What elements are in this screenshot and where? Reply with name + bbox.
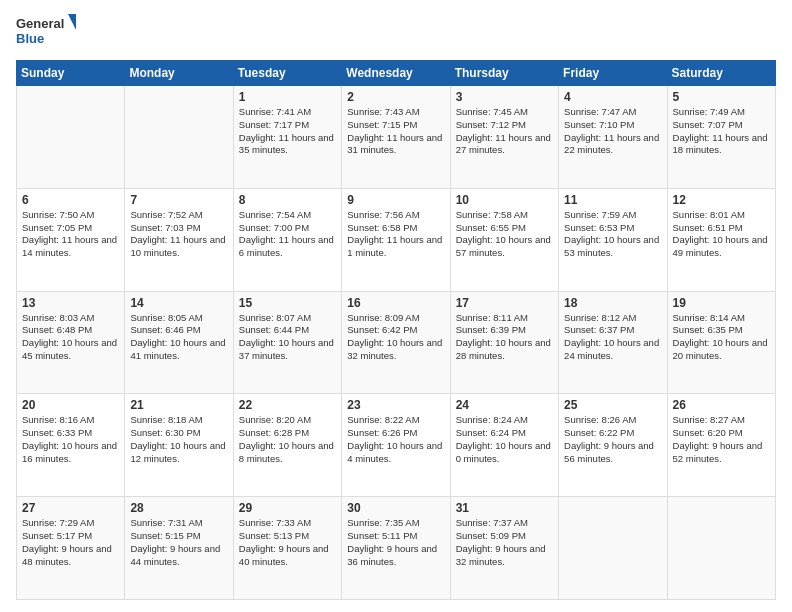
day-header-saturday: Saturday	[667, 61, 775, 86]
day-number: 3	[456, 90, 553, 104]
calendar-cell: 10Sunrise: 7:58 AMSunset: 6:55 PMDayligh…	[450, 188, 558, 291]
calendar-cell	[667, 497, 775, 600]
day-number: 25	[564, 398, 661, 412]
calendar-cell: 24Sunrise: 8:24 AMSunset: 6:24 PMDayligh…	[450, 394, 558, 497]
calendar-cell: 23Sunrise: 8:22 AMSunset: 6:26 PMDayligh…	[342, 394, 450, 497]
calendar-cell: 14Sunrise: 8:05 AMSunset: 6:46 PMDayligh…	[125, 291, 233, 394]
calendar-cell: 19Sunrise: 8:14 AMSunset: 6:35 PMDayligh…	[667, 291, 775, 394]
svg-text:Blue: Blue	[16, 31, 44, 46]
day-number: 29	[239, 501, 336, 515]
day-info: Sunrise: 8:16 AMSunset: 6:33 PMDaylight:…	[22, 414, 119, 465]
calendar-cell: 21Sunrise: 8:18 AMSunset: 6:30 PMDayligh…	[125, 394, 233, 497]
day-info: Sunrise: 8:24 AMSunset: 6:24 PMDaylight:…	[456, 414, 553, 465]
day-number: 10	[456, 193, 553, 207]
day-number: 4	[564, 90, 661, 104]
day-info: Sunrise: 8:22 AMSunset: 6:26 PMDaylight:…	[347, 414, 444, 465]
day-number: 27	[22, 501, 119, 515]
day-info: Sunrise: 8:11 AMSunset: 6:39 PMDaylight:…	[456, 312, 553, 363]
day-number: 20	[22, 398, 119, 412]
calendar-cell: 30Sunrise: 7:35 AMSunset: 5:11 PMDayligh…	[342, 497, 450, 600]
calendar-cell: 25Sunrise: 8:26 AMSunset: 6:22 PMDayligh…	[559, 394, 667, 497]
calendar-cell: 16Sunrise: 8:09 AMSunset: 6:42 PMDayligh…	[342, 291, 450, 394]
calendar-week-3: 20Sunrise: 8:16 AMSunset: 6:33 PMDayligh…	[17, 394, 776, 497]
day-info: Sunrise: 8:18 AMSunset: 6:30 PMDaylight:…	[130, 414, 227, 465]
day-number: 13	[22, 296, 119, 310]
day-info: Sunrise: 8:01 AMSunset: 6:51 PMDaylight:…	[673, 209, 770, 260]
calendar-cell: 13Sunrise: 8:03 AMSunset: 6:48 PMDayligh…	[17, 291, 125, 394]
calendar-cell: 20Sunrise: 8:16 AMSunset: 6:33 PMDayligh…	[17, 394, 125, 497]
day-number: 14	[130, 296, 227, 310]
day-info: Sunrise: 7:33 AMSunset: 5:13 PMDaylight:…	[239, 517, 336, 568]
page-header: General Blue	[16, 12, 776, 52]
day-info: Sunrise: 8:27 AMSunset: 6:20 PMDaylight:…	[673, 414, 770, 465]
day-number: 26	[673, 398, 770, 412]
day-info: Sunrise: 7:47 AMSunset: 7:10 PMDaylight:…	[564, 106, 661, 157]
day-info: Sunrise: 7:37 AMSunset: 5:09 PMDaylight:…	[456, 517, 553, 568]
calendar-cell: 5Sunrise: 7:49 AMSunset: 7:07 PMDaylight…	[667, 86, 775, 189]
day-number: 31	[456, 501, 553, 515]
day-info: Sunrise: 8:20 AMSunset: 6:28 PMDaylight:…	[239, 414, 336, 465]
day-info: Sunrise: 7:31 AMSunset: 5:15 PMDaylight:…	[130, 517, 227, 568]
calendar-cell: 28Sunrise: 7:31 AMSunset: 5:15 PMDayligh…	[125, 497, 233, 600]
calendar-cell	[559, 497, 667, 600]
calendar-cell: 4Sunrise: 7:47 AMSunset: 7:10 PMDaylight…	[559, 86, 667, 189]
calendar-cell: 17Sunrise: 8:11 AMSunset: 6:39 PMDayligh…	[450, 291, 558, 394]
day-number: 11	[564, 193, 661, 207]
day-number: 19	[673, 296, 770, 310]
calendar-cell: 6Sunrise: 7:50 AMSunset: 7:05 PMDaylight…	[17, 188, 125, 291]
calendar-cell: 2Sunrise: 7:43 AMSunset: 7:15 PMDaylight…	[342, 86, 450, 189]
calendar-cell: 31Sunrise: 7:37 AMSunset: 5:09 PMDayligh…	[450, 497, 558, 600]
day-number: 18	[564, 296, 661, 310]
calendar-header-row: SundayMondayTuesdayWednesdayThursdayFrid…	[17, 61, 776, 86]
svg-marker-2	[68, 14, 76, 30]
day-header-sunday: Sunday	[17, 61, 125, 86]
day-header-tuesday: Tuesday	[233, 61, 341, 86]
day-number: 6	[22, 193, 119, 207]
day-number: 22	[239, 398, 336, 412]
day-info: Sunrise: 7:49 AMSunset: 7:07 PMDaylight:…	[673, 106, 770, 157]
day-info: Sunrise: 8:07 AMSunset: 6:44 PMDaylight:…	[239, 312, 336, 363]
day-number: 5	[673, 90, 770, 104]
calendar-cell: 27Sunrise: 7:29 AMSunset: 5:17 PMDayligh…	[17, 497, 125, 600]
day-header-wednesday: Wednesday	[342, 61, 450, 86]
day-number: 9	[347, 193, 444, 207]
calendar-cell	[17, 86, 125, 189]
day-number: 8	[239, 193, 336, 207]
svg-text:General: General	[16, 16, 64, 31]
day-info: Sunrise: 8:03 AMSunset: 6:48 PMDaylight:…	[22, 312, 119, 363]
calendar-cell: 15Sunrise: 8:07 AMSunset: 6:44 PMDayligh…	[233, 291, 341, 394]
day-info: Sunrise: 7:59 AMSunset: 6:53 PMDaylight:…	[564, 209, 661, 260]
calendar-cell: 11Sunrise: 7:59 AMSunset: 6:53 PMDayligh…	[559, 188, 667, 291]
day-number: 2	[347, 90, 444, 104]
day-info: Sunrise: 8:26 AMSunset: 6:22 PMDaylight:…	[564, 414, 661, 465]
day-number: 23	[347, 398, 444, 412]
day-info: Sunrise: 8:09 AMSunset: 6:42 PMDaylight:…	[347, 312, 444, 363]
calendar-week-0: 1Sunrise: 7:41 AMSunset: 7:17 PMDaylight…	[17, 86, 776, 189]
day-number: 1	[239, 90, 336, 104]
day-info: Sunrise: 7:58 AMSunset: 6:55 PMDaylight:…	[456, 209, 553, 260]
calendar-cell: 8Sunrise: 7:54 AMSunset: 7:00 PMDaylight…	[233, 188, 341, 291]
day-info: Sunrise: 7:41 AMSunset: 7:17 PMDaylight:…	[239, 106, 336, 157]
calendar-cell: 12Sunrise: 8:01 AMSunset: 6:51 PMDayligh…	[667, 188, 775, 291]
day-number: 12	[673, 193, 770, 207]
calendar-cell: 29Sunrise: 7:33 AMSunset: 5:13 PMDayligh…	[233, 497, 341, 600]
day-info: Sunrise: 8:14 AMSunset: 6:35 PMDaylight:…	[673, 312, 770, 363]
day-number: 28	[130, 501, 227, 515]
day-info: Sunrise: 7:50 AMSunset: 7:05 PMDaylight:…	[22, 209, 119, 260]
day-header-thursday: Thursday	[450, 61, 558, 86]
day-header-monday: Monday	[125, 61, 233, 86]
day-number: 24	[456, 398, 553, 412]
calendar-body: 1Sunrise: 7:41 AMSunset: 7:17 PMDaylight…	[17, 86, 776, 600]
day-info: Sunrise: 8:05 AMSunset: 6:46 PMDaylight:…	[130, 312, 227, 363]
day-number: 16	[347, 296, 444, 310]
calendar-cell: 26Sunrise: 8:27 AMSunset: 6:20 PMDayligh…	[667, 394, 775, 497]
calendar-table: SundayMondayTuesdayWednesdayThursdayFrid…	[16, 60, 776, 600]
day-number: 7	[130, 193, 227, 207]
calendar-cell: 3Sunrise: 7:45 AMSunset: 7:12 PMDaylight…	[450, 86, 558, 189]
day-info: Sunrise: 8:12 AMSunset: 6:37 PMDaylight:…	[564, 312, 661, 363]
calendar-week-1: 6Sunrise: 7:50 AMSunset: 7:05 PMDaylight…	[17, 188, 776, 291]
calendar-week-4: 27Sunrise: 7:29 AMSunset: 5:17 PMDayligh…	[17, 497, 776, 600]
day-info: Sunrise: 7:56 AMSunset: 6:58 PMDaylight:…	[347, 209, 444, 260]
day-header-friday: Friday	[559, 61, 667, 86]
day-number: 30	[347, 501, 444, 515]
